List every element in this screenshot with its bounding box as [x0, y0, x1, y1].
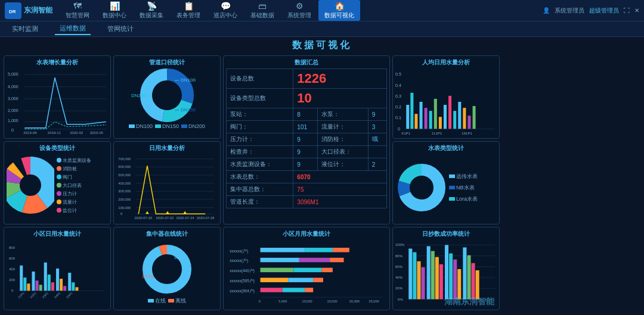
- svg-rect-107: [72, 282, 75, 291]
- svg-point-61: [20, 174, 41, 196]
- district-daily-card: 小区日用水量统计 800 600 400 200 0: [4, 227, 111, 310]
- svg-rect-168: [449, 254, 453, 300]
- role-badge: 超级管理员: [589, 7, 619, 15]
- summary-table: 设备总数 1226 设备类型总数 10 泵站： 8 水泵： 9 阀门： 101 …: [226, 68, 387, 208]
- daily-read-card: 日抄数成功率统计 100% 80% 60% 40% 20% 0%: [392, 227, 500, 310]
- nav-meter-manage[interactable]: 📋 表务管理: [171, 0, 206, 21]
- water-growth-title: 水表增长量分析: [7, 58, 108, 67]
- per-capita-card: 人均日用水量分析 0.5 0.4 0.3 0.2 0.1 0: [392, 55, 500, 139]
- subnav-realtime[interactable]: 实时监测: [7, 23, 43, 35]
- nav-sys-manage[interactable]: ⚙ 系统管理: [281, 0, 317, 21]
- svg-text:2020-05: 2020-05: [90, 130, 104, 135]
- svg-rect-133: [321, 268, 333, 272]
- sub-navigation: 实时监测 运维数据 管网统计: [0, 21, 644, 37]
- svg-text:100%: 100%: [395, 243, 405, 247]
- svg-rect-166: [439, 264, 443, 300]
- daily-water-chart: 700,000 600,000 500,000 400,000 300,000 …: [116, 154, 218, 221]
- svg-rect-159: [408, 249, 412, 300]
- subnav-network[interactable]: 管网统计: [103, 23, 138, 35]
- legend-dn100: DN100: [129, 123, 153, 129]
- gear-icon: ⚙: [296, 1, 304, 11]
- svg-rect-106: [68, 273, 71, 291]
- svg-point-22: [153, 82, 181, 109]
- svg-text:200,000: 200,000: [118, 198, 131, 201]
- svg-rect-40: [429, 111, 432, 129]
- svg-text:0: 0: [11, 128, 14, 133]
- svg-text:20,000: 20,000: [349, 300, 360, 303]
- water-growth-chart: 5,000 4,000 3,000 2,000 1,000 0 2019-08 …: [7, 68, 108, 135]
- svg-text:X4P1: X4P1: [54, 291, 61, 299]
- svg-text:X1P1: X1P1: [401, 132, 410, 135]
- water-type-legend-1: 远传水表: [449, 173, 478, 180]
- svg-text:60%: 60%: [395, 265, 403, 269]
- svg-text:0%: 0%: [398, 298, 403, 301]
- legend-dn150: DN150: [155, 123, 179, 129]
- svg-text:2020-07-20: 2020-07-20: [134, 216, 153, 220]
- logo: DR 东润智能: [5, 2, 52, 19]
- svg-rect-101: [48, 275, 51, 291]
- svg-marker-80: [183, 211, 187, 214]
- svg-rect-42: [439, 117, 442, 129]
- collector-online-legend: 在线: [148, 297, 166, 305]
- svg-text:5,000: 5,000: [8, 72, 18, 77]
- svg-text:10,000: 10,000: [302, 300, 312, 303]
- svg-text:200: 200: [9, 278, 16, 282]
- svg-text:600: 600: [9, 257, 16, 260]
- collector-legend: 在线 离线: [148, 297, 186, 305]
- svg-rect-96: [27, 283, 30, 291]
- patrol-icon: 💬: [221, 1, 231, 11]
- svg-rect-47: [463, 108, 466, 129]
- svg-text:0.3: 0.3: [395, 94, 401, 99]
- daily-water-card: 日用水量分析 700,000 600,000 500,000 400,000 3…: [113, 141, 221, 224]
- nav-smart-grid[interactable]: 🗺 智慧管网: [60, 0, 95, 21]
- svg-text:0: 0: [11, 289, 14, 292]
- nav-right: 👤 系统管理员 超级管理员 ⛶ ✕: [543, 7, 639, 15]
- svg-text:100,000: 100,000: [118, 206, 131, 210]
- nav-data-collect[interactable]: 📡 数据采集: [134, 0, 169, 21]
- total-devices-label: 设备总数: [227, 69, 293, 89]
- svg-text:80%: 80%: [395, 254, 403, 258]
- svg-text:xxxxxx(户): xxxxxx(户): [230, 258, 248, 263]
- subnav-maintenance[interactable]: 运维数据: [55, 23, 91, 35]
- nav-items: 🗺 智慧管网 📊 数据中心 📡 数据采集 📋 表务管理 💬 巡店中心 🗃 基础数…: [60, 0, 543, 21]
- svg-rect-139: [305, 288, 313, 292]
- collector-online-card: 集中器在线统计 3.57% 96.43% 在线: [113, 227, 221, 310]
- svg-text:4,000: 4,000: [8, 85, 18, 89]
- svg-rect-160: [413, 252, 416, 300]
- svg-text:DN200: DN200: [131, 93, 146, 98]
- svg-text:400,000: 400,000: [118, 182, 131, 185]
- svg-rect-95: [23, 277, 26, 291]
- svg-text:2019-08: 2019-08: [23, 130, 37, 135]
- user-icon: 👤: [543, 7, 550, 14]
- expand-icon[interactable]: ⛶: [624, 7, 630, 14]
- svg-text:0.1: 0.1: [395, 116, 401, 120]
- visual-icon: 🏠: [335, 1, 345, 11]
- district-daily-title: 小区日用水量统计: [7, 230, 108, 238]
- nav-data-center[interactable]: 📊 数据中心: [97, 0, 132, 21]
- close-icon[interactable]: ✕: [634, 7, 639, 14]
- map-icon: 🗺: [73, 1, 82, 11]
- svg-text:X1P1: X1P1: [17, 291, 25, 299]
- device-legend-3: 阀门: [57, 174, 91, 180]
- svg-text:0.4: 0.4: [395, 83, 401, 88]
- svg-point-88: [413, 179, 431, 197]
- nav-patrol[interactable]: 💬 巡店中心: [208, 0, 243, 21]
- svg-text:20%: 20%: [395, 286, 403, 290]
- water-type-legend-3: Lora水表: [449, 195, 478, 203]
- svg-text:500,000: 500,000: [118, 173, 131, 177]
- svg-rect-136: [313, 277, 323, 282]
- water-type-card: 水表类型统计 远传水表 NB水表 Lora: [392, 141, 500, 224]
- svg-text:xxxxxx(户): xxxxxx(户): [230, 249, 248, 254]
- device-legend-4: 大口径表: [57, 182, 91, 189]
- svg-text:xxxxxx(595户): xxxxxx(595户): [230, 279, 255, 283]
- svg-text:300,000: 300,000: [118, 189, 131, 193]
- svg-rect-43: [444, 105, 447, 129]
- device-legend-7: 盐位计: [57, 207, 91, 214]
- svg-rect-102: [51, 282, 54, 291]
- water-growth-card: 水表增长量分析 5,000 4,000 3,000 2,000 1,000 0: [4, 55, 111, 139]
- total-devices-value: 1226: [297, 71, 326, 86]
- svg-text:111P1: 111P1: [432, 132, 442, 135]
- nav-data-visual[interactable]: 🏠 数据可视化: [318, 0, 360, 21]
- nav-base-data[interactable]: 🗃 基础数据: [244, 0, 280, 21]
- svg-text:DN100: DN100: [181, 77, 196, 83]
